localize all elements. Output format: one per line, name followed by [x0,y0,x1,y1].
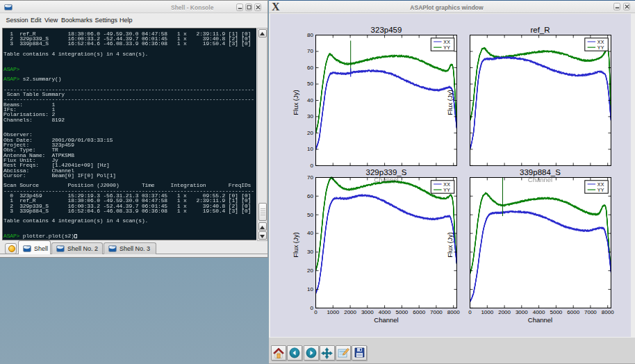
svg-text:0: 0 [468,309,472,315]
svg-text:4000: 4000 [379,309,391,315]
svg-text:6000: 6000 [413,309,425,315]
svg-text:60: 60 [307,193,313,199]
svg-text:Channel: Channel [528,176,552,183]
svg-text:8000: 8000 [447,309,460,315]
svg-text:5000: 5000 [396,309,409,315]
svg-text:YY: YY [597,188,604,192]
svg-text:4000: 4000 [533,309,545,315]
svg-text:Channel: Channel [374,176,398,183]
svg-text:50: 50 [307,81,313,87]
svg-text:7000: 7000 [430,309,443,315]
svg-text:6000: 6000 [567,309,579,315]
svg-text:20: 20 [307,267,313,274]
svg-text:XX: XX [597,40,604,44]
svg-text:3000: 3000 [516,309,528,315]
svg-text:70: 70 [307,48,313,54]
svg-text:Flux (Jy): Flux (Jy) [292,232,299,257]
svg-text:XX: XX [597,182,604,187]
svg-text:7000: 7000 [584,309,597,315]
svg-text:0: 0 [314,309,318,315]
svg-text:XX: XX [443,182,450,187]
svg-text:70: 70 [307,174,313,181]
svg-text:Flux (Jy): Flux (Jy) [446,90,454,115]
svg-text:40: 40 [307,230,313,236]
svg-text:10: 10 [307,146,313,152]
svg-text:80: 80 [307,32,313,38]
svg-text:5000: 5000 [550,309,563,315]
svg-text:1000: 1000 [481,309,493,315]
svg-text:ref_R: ref_R [530,26,550,34]
svg-text:Flux (Jy): Flux (Jy) [446,232,454,257]
svg-text:30: 30 [307,249,313,255]
svg-text:YY: YY [443,45,450,50]
svg-text:40: 40 [307,97,313,104]
svg-text:0: 0 [311,305,314,311]
svg-text:20: 20 [307,130,313,136]
svg-text:60: 60 [307,65,313,71]
svg-text:0: 0 [311,163,314,169]
svg-text:Flux (Jy): Flux (Jy) [292,90,299,115]
svg-text:3000: 3000 [361,309,374,315]
svg-text:Channel: Channel [528,316,552,324]
svg-text:10: 10 [307,286,313,292]
svg-text:2000: 2000 [344,309,356,315]
svg-text:8000: 8000 [602,309,614,315]
svg-text:50: 50 [307,212,313,218]
svg-text:2000: 2000 [498,309,511,315]
svg-text:30: 30 [307,113,313,119]
svg-text:Channel: Channel [374,316,398,324]
svg-text:323p459: 323p459 [371,26,402,34]
svg-text:1000: 1000 [327,309,339,315]
svg-text:XX: XX [443,40,450,44]
svg-text:YY: YY [597,45,604,50]
svg-text:YY: YY [443,188,450,192]
